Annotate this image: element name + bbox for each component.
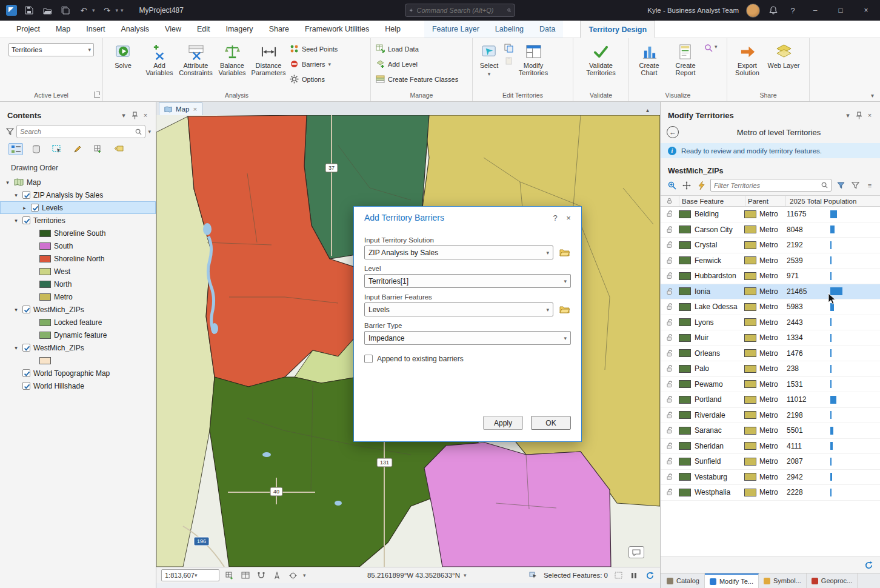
quick-access-customize-icon[interactable]: ▾ [121, 7, 124, 13]
zoom-to-icon[interactable] [667, 180, 678, 191]
minimize-button[interactable]: – [806, 3, 824, 18]
view-drawing-order-button[interactable] [8, 143, 23, 155]
panel-tab[interactable]: Geoproc... [807, 573, 858, 588]
layer-tree-item[interactable]: Dynamic feature [0, 329, 156, 341]
ribbon-tab[interactable]: Edit [189, 21, 218, 38]
layer-symbol-swatch[interactable] [39, 230, 51, 237]
solve-button[interactable]: Solve [105, 41, 141, 72]
table-row[interactable]: Lake Odessa Metro 5983 [661, 299, 880, 315]
collapse-view-icon[interactable]: ▴ [646, 107, 649, 113]
redo-dropdown-icon[interactable]: ▾ [116, 7, 119, 13]
command-search-input[interactable] [417, 7, 504, 14]
layer-tree-item[interactable]: ▾ ZIP Analysis by Sales [0, 189, 156, 201]
panel-tab[interactable]: Modify Te... [705, 573, 759, 588]
user-avatar[interactable] [746, 4, 760, 18]
lock-icon[interactable] [661, 350, 679, 357]
ribbon-tab[interactable]: Share [261, 21, 297, 38]
signed-in-user-label[interactable]: Kyle - Business Analyst Team [647, 7, 739, 14]
add-variables-button[interactable]: Add Variables [142, 41, 177, 79]
view-data-source-button[interactable] [29, 143, 44, 155]
lock-icon[interactable] [661, 210, 679, 218]
barrier-type-dropdown[interactable]: Impedance ▾ [364, 331, 571, 345]
grid-tool-icon[interactable] [224, 570, 235, 581]
layer-symbol-swatch[interactable] [39, 268, 51, 275]
chevron-down-icon[interactable]: ▾ [464, 572, 467, 578]
tree-expander-icon[interactable]: ▾ [13, 192, 19, 198]
tab-territory-design[interactable]: Territory Design [580, 21, 655, 38]
ribbon-tab[interactable]: Framework Utilities [297, 21, 377, 38]
ribbon-tab[interactable]: View [157, 21, 189, 38]
layer-tree-item[interactable]: West [0, 265, 156, 278]
layer-tree-item[interactable]: Shoreline South [0, 227, 156, 239]
tree-expander-icon[interactable]: ▸ [21, 205, 28, 211]
flash-feature-icon[interactable] [696, 180, 707, 191]
input-barrier-features-dropdown[interactable]: Levels ▾ [364, 302, 553, 316]
layer-tree-item[interactable]: ▾ Map [0, 176, 156, 189]
maximize-button[interactable]: □ [832, 3, 850, 18]
lock-icon[interactable] [661, 319, 679, 326]
tree-expander-icon[interactable]: ▾ [13, 218, 19, 224]
ribbon-context-tab[interactable]: Data [532, 21, 563, 38]
table-row[interactable]: Westphalia Metro 2228 [661, 485, 880, 501]
layer-tree-item[interactable]: ▸ Levels [0, 201, 156, 214]
layer-visibility-checkbox[interactable] [22, 216, 30, 224]
create-feature-classes-button[interactable]: Create Feature Classes [373, 73, 461, 85]
filter-selected-icon[interactable] [835, 180, 846, 191]
ribbon-tab[interactable]: Imagery [218, 21, 261, 38]
table-tool-icon[interactable] [240, 570, 251, 581]
layer-tree-item[interactable]: ▾ Territories [0, 214, 156, 227]
export-solution-button[interactable]: Export Solution [730, 41, 765, 79]
layer-symbol-swatch[interactable] [39, 357, 51, 364]
locate-tool-icon[interactable] [287, 570, 298, 581]
web-layer-button[interactable]: Web Layer [766, 41, 801, 72]
ribbon-context-tab[interactable]: Labeling [487, 21, 532, 38]
column-header-population[interactable]: 2025 Total Population [786, 198, 856, 205]
layer-tree-item[interactable]: Shoreline North [0, 252, 156, 265]
clear-selection-icon[interactable] [613, 570, 624, 581]
layer-tree-item[interactable]: World Topographic Map [0, 367, 156, 379]
tree-expander-icon[interactable]: ▾ [13, 307, 19, 313]
chevron-down-icon[interactable]: ▾ [842, 110, 853, 121]
create-report-button[interactable]: Create Report [668, 41, 703, 79]
table-row[interactable]: Ionia Metro 21465 [661, 284, 880, 300]
table-row[interactable]: Sunfield Metro 2087 [661, 454, 880, 470]
lock-icon[interactable] [661, 458, 679, 465]
chevron-down-icon[interactable]: ▾ [118, 110, 129, 121]
table-row[interactable]: Portland Metro 11012 [661, 392, 880, 408]
contents-search-box[interactable] [16, 125, 145, 138]
layer-symbol-swatch[interactable] [39, 332, 51, 339]
save-icon[interactable] [23, 4, 35, 16]
map-scale-dropdown[interactable]: 1:813,607 ▾ [161, 569, 219, 581]
layer-visibility-checkbox[interactable] [22, 369, 30, 377]
dialog-close-icon[interactable]: × [562, 211, 575, 224]
map-comment-button[interactable] [628, 546, 644, 558]
column-header-base-feature[interactable]: Base Feature [679, 198, 745, 205]
north-arrow-icon[interactable] [272, 570, 282, 581]
ribbon-tab[interactable]: Analysis [113, 21, 158, 38]
undo-icon[interactable]: ↶ [78, 4, 90, 16]
table-row[interactable]: Muir Metro 1334 [661, 330, 880, 346]
lock-icon[interactable] [661, 396, 679, 403]
layer-visibility-checkbox[interactable] [22, 306, 30, 313]
lock-icon[interactable] [661, 288, 679, 295]
options-button[interactable]: Options [287, 73, 340, 85]
close-panel-icon[interactable]: × [864, 110, 875, 121]
active-level-dropdown[interactable]: Territories ▾ [8, 43, 94, 56]
snapping-toggle-icon[interactable] [256, 570, 267, 581]
ribbon-context-tab[interactable]: Feature Layer [424, 21, 487, 38]
lock-icon[interactable] [661, 443, 679, 450]
attribute-constraints-button[interactable]: Attribute Constraints [178, 41, 213, 79]
layer-tree-item[interactable]: South [0, 239, 156, 252]
filter-icon[interactable] [6, 128, 14, 135]
layer-symbol-swatch[interactable] [39, 319, 51, 326]
table-row[interactable]: Fenwick Metro 2539 [661, 253, 880, 269]
layer-tree-item[interactable]: ▾ WestMich_ZIPs [0, 303, 156, 316]
layer-tree-item[interactable]: North [0, 278, 156, 290]
barriers-button[interactable]: Barriers ▾ [287, 58, 340, 70]
view-editing-button[interactable] [70, 143, 85, 155]
close-panel-icon[interactable]: × [140, 110, 151, 121]
layer-visibility-checkbox[interactable] [31, 204, 39, 212]
pan-to-icon[interactable] [681, 180, 692, 191]
lock-icon[interactable] [661, 473, 679, 481]
chevron-down-icon[interactable]: ▾ [715, 44, 718, 53]
